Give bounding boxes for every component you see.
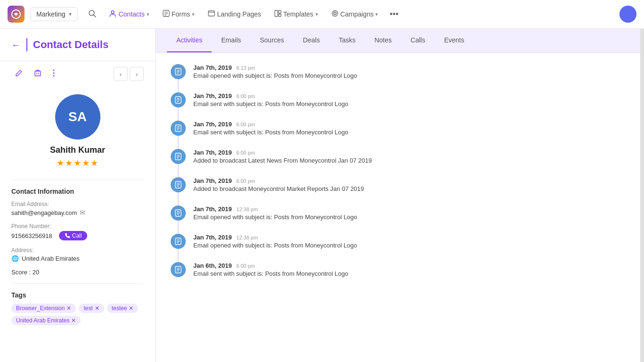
tag-remove-button[interactable]: ✕ bbox=[71, 317, 76, 324]
call-button[interactable]: Call bbox=[59, 231, 88, 240]
scrollbar[interactable] bbox=[640, 0, 644, 362]
tabs-bar: ActivitiesEmailsSourcesDealsTasksNotesCa… bbox=[156, 29, 644, 53]
globe-icon: 🌐 bbox=[11, 255, 19, 262]
templates-chevron-icon: ▾ bbox=[315, 11, 318, 17]
activity-item: Jan 7th, 2019 6:00 pm Added to broadcast… bbox=[171, 177, 629, 192]
workspace-selector[interactable]: Marketing ▾ bbox=[30, 7, 78, 21]
phone-value: 915663256918 Call bbox=[11, 231, 144, 240]
contact-avatar: SA bbox=[55, 94, 100, 140]
activity-desc: Added to broadcast Moneycontrol Market R… bbox=[193, 185, 364, 192]
tab-events[interactable]: Events bbox=[435, 29, 474, 52]
nav-item-forms[interactable]: Forms ▾ bbox=[157, 6, 201, 22]
contact-stars: ★★★★★ bbox=[57, 158, 99, 168]
score-row: Score : 20 bbox=[11, 269, 144, 276]
activity-desc: Email sent with subject is: Posts from M… bbox=[193, 270, 348, 277]
svg-point-23 bbox=[53, 73, 55, 74]
tag-item: United Arab Emirates✕ bbox=[11, 316, 81, 325]
contacts-chevron-icon: ▾ bbox=[147, 11, 149, 17]
tags-title: Tags bbox=[11, 291, 144, 299]
activity-desc: Email sent with subject is: Posts from M… bbox=[193, 100, 348, 107]
action-left-buttons bbox=[11, 67, 58, 81]
activity-date: Jan 7th, 2019 bbox=[193, 92, 232, 99]
activity-icon bbox=[171, 262, 186, 277]
email-field: Email Address: sahith@engagebay.com ✉ bbox=[11, 201, 144, 216]
activity-desc: Added to broadcast Latest News From Mone… bbox=[193, 157, 372, 164]
activity-item: Jan 7th, 2019 12:38 pm Email opened with… bbox=[171, 234, 629, 249]
left-panel: ← Contact Details ‹ › bbox=[0, 29, 156, 362]
more-actions-button[interactable] bbox=[49, 67, 58, 81]
activity-icon bbox=[171, 234, 186, 249]
tab-notes[interactable]: Notes bbox=[365, 29, 401, 52]
activity-icon bbox=[171, 206, 186, 221]
address-label: Address: bbox=[11, 247, 144, 254]
nav-forms-label: Forms bbox=[172, 10, 190, 18]
svg-rect-16 bbox=[35, 71, 41, 76]
nav-item-templates[interactable]: Templates ▾ bbox=[269, 6, 324, 22]
activity-time: 6:00 pm bbox=[236, 150, 255, 156]
activity-icon bbox=[171, 121, 186, 136]
tag-remove-button[interactable]: ✕ bbox=[129, 305, 133, 312]
workspace-chevron-icon: ▾ bbox=[69, 11, 72, 17]
tags-container: Browser_Extension✕test✕testee✕United Ara… bbox=[11, 304, 144, 325]
address-field: Address: 🌐 United Arab Emirates bbox=[11, 247, 144, 262]
contact-info-title: Contact Information bbox=[11, 188, 144, 195]
user-avatar[interactable] bbox=[619, 6, 636, 23]
more-options-button[interactable]: ••• bbox=[386, 6, 402, 23]
activity-content: Jan 7th, 2019 12:38 pm Email opened with… bbox=[193, 206, 357, 221]
nav-items: Contacts ▾ Forms ▾ Landing Pages Templat… bbox=[103, 6, 619, 23]
next-contact-button[interactable]: › bbox=[130, 67, 144, 81]
activity-date: Jan 7th, 2019 bbox=[193, 149, 232, 156]
tab-sources[interactable]: Sources bbox=[250, 29, 293, 52]
edit-button[interactable] bbox=[11, 67, 26, 81]
nav-item-campaigns[interactable]: Campaigns ▾ bbox=[326, 6, 384, 22]
page-header: ← Contact Details bbox=[0, 29, 155, 61]
tab-activities[interactable]: Activities bbox=[167, 29, 212, 52]
activity-desc: Email sent with subject is: Posts from M… bbox=[193, 129, 348, 136]
title-divider bbox=[26, 38, 27, 51]
prev-contact-button[interactable]: ‹ bbox=[114, 67, 128, 81]
tab-emails[interactable]: Emails bbox=[212, 29, 250, 52]
activity-date: Jan 7th, 2019 bbox=[193, 64, 232, 71]
activity-item: Jan 7th, 2019 6:00 pm Email sent with su… bbox=[171, 121, 629, 136]
tab-deals[interactable]: Deals bbox=[294, 29, 330, 52]
profile-section: SA Sahith Kumar ★★★★★ bbox=[0, 87, 155, 180]
page-title: Contact Details bbox=[33, 39, 108, 51]
tab-tasks[interactable]: Tasks bbox=[329, 29, 365, 52]
email-label: Email Address: bbox=[11, 201, 144, 207]
activity-content: Jan 7th, 2019 6:00 pm Email sent with su… bbox=[193, 121, 348, 136]
svg-line-2 bbox=[94, 15, 96, 17]
topnav: Marketing ▾ Contacts ▾ Forms ▾ Lan bbox=[0, 0, 644, 29]
svg-point-15 bbox=[334, 13, 335, 14]
search-button[interactable] bbox=[85, 7, 99, 22]
activity-time: 6:00 pm bbox=[236, 93, 255, 99]
activities-list: Jan 7th, 2019 6:13 pm Email opened with … bbox=[156, 53, 644, 302]
nav-arrows: ‹ › bbox=[114, 67, 144, 81]
delete-button[interactable] bbox=[30, 67, 45, 81]
activity-icon bbox=[171, 92, 186, 107]
workspace-label: Marketing bbox=[36, 10, 65, 18]
svg-rect-10 bbox=[275, 10, 278, 16]
back-button[interactable]: ← bbox=[11, 40, 21, 50]
activity-time: 6:00 pm bbox=[236, 122, 255, 127]
campaigns-chevron-icon: ▾ bbox=[375, 11, 378, 17]
page-container: ← Contact Details ‹ › bbox=[0, 29, 644, 362]
tag-remove-button[interactable]: ✕ bbox=[95, 305, 99, 312]
activity-item: Jan 7th, 2019 6:00 pm Email sent with su… bbox=[171, 92, 629, 107]
nav-item-contacts[interactable]: Contacts ▾ bbox=[103, 6, 155, 23]
activity-date: Jan 7th, 2019 bbox=[193, 206, 232, 213]
contact-info-section: Contact Information Email Address: sahit… bbox=[0, 180, 155, 283]
nav-templates-label: Templates bbox=[283, 10, 314, 18]
tab-calls[interactable]: Calls bbox=[401, 29, 435, 52]
activity-time: 6:00 pm bbox=[236, 178, 255, 184]
svg-point-22 bbox=[53, 70, 55, 71]
tag-remove-button[interactable]: ✕ bbox=[66, 305, 71, 312]
nav-item-landing-pages[interactable]: Landing Pages bbox=[202, 6, 266, 22]
activity-item: Jan 6th, 2019 6:00 pm Email sent with su… bbox=[171, 262, 629, 277]
activity-content: Jan 6th, 2019 6:00 pm Email sent with su… bbox=[193, 262, 348, 277]
contact-initials: SA bbox=[68, 109, 87, 124]
svg-rect-12 bbox=[279, 14, 281, 16]
activity-date: Jan 7th, 2019 bbox=[193, 177, 232, 184]
activity-content: Jan 7th, 2019 6:00 pm Added to broadcast… bbox=[193, 177, 364, 192]
contacts-icon bbox=[109, 10, 116, 19]
activity-time: 6:00 pm bbox=[236, 263, 255, 269]
